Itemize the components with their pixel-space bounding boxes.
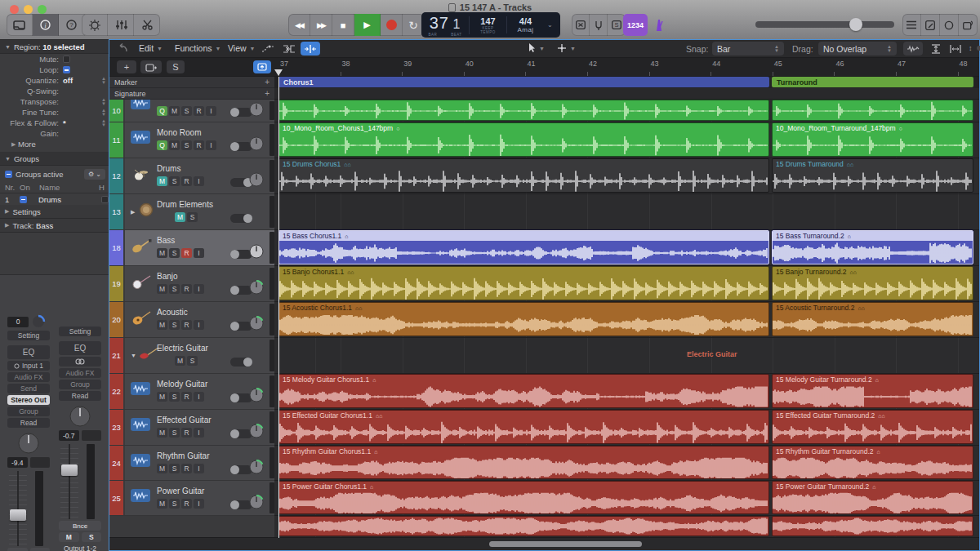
disclosure-triangle-icon[interactable]: ▶ [131,209,135,215]
track-number[interactable]: 23 [109,410,125,445]
track-mute-button[interactable]: M [157,176,167,186]
smart-controls-icon[interactable] [82,14,108,36]
loop-browser-icon[interactable] [940,14,959,36]
fader-handle[interactable] [10,509,26,521]
field-checkbox[interactable] [63,66,70,73]
track-number[interactable]: 21 [109,338,125,373]
bar-ruler[interactable]: 373839404142434445464748 [274,58,979,77]
strip-slot-stereo-out[interactable]: Stereo Out [7,395,50,405]
volume-fader[interactable] [59,444,101,519]
edit-menu[interactable]: Edit▼ [139,43,163,53]
region-15-rhythm-guitar-turnaround-2[interactable]: 15 Rhythm Guitar Turnaround.2⌂ [772,446,973,479]
track-header-acoustic[interactable]: 20AcousticMSRI [109,302,274,338]
automation-icon[interactable] [258,42,278,56]
region-15-drums-turnaround[interactable]: 15 Drums Turnaround⌂⌂ [772,158,973,193]
gain-knob[interactable] [31,314,46,329]
track-number[interactable]: 24 [109,446,125,480]
track-lane-acoustic[interactable]: 15 Acoustic Chorus1.1⌂⌂15 Acoustic Turna… [274,302,979,338]
track-input-monitor-button[interactable]: I [194,499,204,509]
track-input-monitor-button[interactable]: I [194,284,204,294]
track-name[interactable]: Mono Room [157,128,201,137]
region-15-bass-turnaround-2[interactable]: 15 Bass Turnaround.2⌂ [772,230,973,264]
track-input-monitor-button[interactable]: I [194,320,204,330]
region-15-bass-chorus1-1[interactable]: 15 Bass Chorus1.1⌂ [278,230,769,264]
library-icon[interactable] [7,14,33,36]
track-lane-power-guitar[interactable]: 15 Power Guitar Chorus1.1⌂15 Power Guita… [274,481,979,516]
track-solo-button[interactable]: S [169,428,180,438]
functions-menu[interactable]: Functions▼ [175,43,220,53]
track-solo-button[interactable]: S [181,140,192,150]
inspector-field-finetune[interactable]: Fine Tune:▲▼ [0,107,109,118]
master-volume-slider[interactable] [755,21,894,28]
track-record-button[interactable]: R [181,392,192,402]
group-h-checkbox[interactable] [101,196,109,203]
track-record-button[interactable]: R [181,176,192,186]
playhead[interactable] [278,77,279,538]
track-record-button[interactable]: R [181,284,192,294]
lcd-display[interactable]: 37 1 BARBEAT 147 KEEP TEMPO 4/4 Amaj ⌄ [421,12,560,38]
track-solo-button[interactable]: S [169,464,180,473]
track-record-button[interactable]: R [181,248,192,258]
track-name[interactable]: Melody Guitar [157,380,207,389]
track-mute-button[interactable]: M [157,392,167,402]
marker-lane[interactable]: Chorus1Turnaround [274,77,979,88]
vertical-auto-zoom-icon[interactable] [926,42,946,56]
strip-slot-stereo-format[interactable] [59,357,101,367]
inspector-field-quantize[interactable]: Quantize:off▲▼ [0,75,109,86]
track-number[interactable]: 10 [109,100,125,122]
strip-button-i[interactable]: I [7,548,28,551]
strip-slot-eq[interactable]: EQ [59,341,101,355]
strip-slot-send[interactable]: Send [7,384,50,393]
region-15-power-guitar-chorus1-1[interactable]: 15 Power Guitar Chorus1.1⌂ [278,481,769,514]
signature-lane-header[interactable]: Signature+ [109,88,274,100]
add-track-button[interactable]: + [117,60,136,73]
pan-knob[interactable] [56,404,104,429]
stepper-icon[interactable]: ▲▼ [101,109,106,117]
duplicate-track-button[interactable] [140,60,162,73]
inspector-field-mute[interactable]: Mute: [0,54,109,64]
track-solo-button[interactable]: S [169,499,180,509]
field-checkbox[interactable] [63,56,70,63]
track-lane-banjo[interactable]: 15 Banjo Chorus1.1⌂⌂15 Banjo Turnaround.… [274,266,979,302]
track-number[interactable]: 12 [109,158,125,193]
track-name[interactable]: Bass [157,236,175,245]
pan-knob[interactable] [248,279,265,299]
region-10-mono-room-turnaround-147bpm[interactable]: 10_Mono_Room_Turnaround_147bpm○ [772,122,973,157]
track-record-button[interactable]: R [181,428,192,438]
track-lane-drum-elements[interactable] [274,194,979,230]
track-mute-button[interactable]: M [175,356,185,366]
stepper-icon[interactable]: ▲▼ [101,77,106,85]
region-inspector-header[interactable]: ▼ Region: 10 selected [0,40,109,54]
strip-button-r[interactable]: R [30,548,51,551]
track-lane-effected-guitar[interactable]: 15 Effected Guitar Chorus1.1⌂⌂15 Effecte… [274,410,979,446]
volume-thumb[interactable] [849,18,862,31]
region-15-effected-guitar-chorus1-1[interactable]: 15 Effected Guitar Chorus1.1⌂⌂ [278,410,769,444]
track-name[interactable]: Drums [157,164,180,173]
pan-knob[interactable] [248,387,265,407]
pan-knob[interactable] [248,494,265,513]
pan-knob[interactable] [248,423,265,442]
metronome-icon[interactable] [650,14,668,36]
region-15-banjo-chorus1-1[interactable]: 15 Banjo Chorus1.1⌂⌂ [278,266,769,300]
marker-lane-header[interactable]: Marker+ [109,77,274,88]
track-number[interactable]: 11 [109,122,125,158]
track-input-monitor-button[interactable]: I [194,428,204,438]
strip-slot-read[interactable]: Read [7,418,50,428]
track-input-monitor-button[interactable]: I [194,464,204,473]
notepad-icon[interactable] [921,14,940,36]
fit-horizontal-icon[interactable] [946,42,965,56]
region-partial-chorus[interactable] [278,516,769,536]
stop-button[interactable]: ■ [332,14,354,36]
region-15-power-guitar-turnaround-2[interactable]: 15 Power Guitar Turnaround.2⌂ [772,481,973,514]
track-number[interactable]: 19 [109,266,125,301]
track-header-bass[interactable]: 18BassMSRI [109,230,274,266]
track-name[interactable]: Drum Elements [157,200,213,209]
region-15-melody-guitar-chorus1-1[interactable]: 15 Melody Guitar Chorus1.1⌂ [278,374,769,408]
track-mute-button[interactable]: M [169,140,180,150]
strip-slot-audio-fx[interactable]: Audio FX [7,372,50,382]
track-record-button[interactable]: R [194,140,204,150]
pan-knob[interactable] [248,136,265,155]
track-header-rhythm-guitar[interactable]: 24Rhythm GuitarMSRI [109,446,274,481]
track-input-monitor-button[interactable]: I [206,140,216,150]
waveform-zoom-button[interactable] [903,42,923,56]
